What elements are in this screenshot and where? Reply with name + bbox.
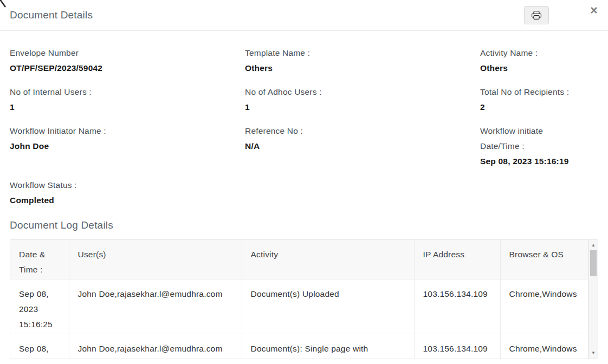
- field-value: OT/PF/SEP/2023/59042: [10, 61, 245, 76]
- field-label: Reference No :: [245, 123, 480, 139]
- field-label: Activity Name :: [480, 46, 598, 61]
- field-initiate-datetime: Workflow initiate Date/Time : Sep 08, 20…: [480, 123, 598, 169]
- cell-activity: Document(s): Single page with content.pd…: [242, 334, 414, 360]
- field-label: No of Internal Users :: [10, 84, 245, 100]
- cell-ip-address: 103.156.134.109: [414, 280, 500, 334]
- cell-activity: Document(s) Uploaded: [242, 280, 414, 334]
- field-workflow-status: Workflow Status : Completed: [10, 178, 245, 208]
- print-button[interactable]: [524, 6, 549, 24]
- cell-browser-os: Chrome,Windows: [500, 280, 588, 334]
- field-value: Others: [245, 61, 480, 76]
- field-label: Workflow initiate Date/Time :: [480, 123, 561, 154]
- cell-date-time: Sep 08, 2023 15:16:25: [10, 280, 69, 334]
- modal-header: Document Details ×: [0, 0, 608, 31]
- field-label: Total No of Recipients :: [480, 84, 598, 100]
- field-value: Sep 08, 2023 15:16:19: [480, 154, 598, 169]
- field-value: 1: [10, 100, 245, 115]
- field-total-recipients: Total No of Recipients : 2: [480, 84, 598, 115]
- cell-users: John Doe,rajasekhar.l@emudhra.com: [69, 280, 242, 334]
- col-header-ip-address: IP Address: [414, 240, 500, 280]
- table-row: Sep 08, 2023 John Doe,rajasekhar.l@emudh…: [10, 334, 588, 360]
- scroll-up-icon[interactable]: ▲: [589, 241, 598, 250]
- field-label: Workflow Initiator Name :: [10, 123, 245, 139]
- field-value: Completed: [10, 193, 245, 208]
- cell-browser-os: Chrome,Windows: [500, 334, 588, 360]
- field-label: Workflow Status :: [10, 178, 245, 193]
- field-envelope-number: Envelope Number OT/PF/SEP/2023/59042: [10, 46, 245, 76]
- table-row: Sep 08, 2023 15:16:25 John Doe,rajasekha…: [10, 280, 588, 334]
- cell-date-time: Sep 08, 2023: [10, 334, 69, 360]
- col-header-users: User(s): [69, 240, 242, 280]
- printer-icon: [532, 10, 541, 20]
- field-activity-name: Activity Name : Others: [480, 46, 598, 76]
- scroll-down-icon[interactable]: ▼: [589, 349, 598, 358]
- log-section-title: Document Log Details: [0, 217, 608, 239]
- document-details-grid: Envelope Number OT/PF/SEP/2023/59042 Tem…: [0, 31, 608, 217]
- field-value: Others: [480, 61, 598, 76]
- col-header-activity: Activity: [242, 240, 414, 280]
- document-log-table: Date & Time : User(s) Activity IP Addres…: [10, 240, 588, 359]
- field-reference-no: Reference No : N/A: [245, 123, 480, 169]
- field-value: 1: [245, 100, 480, 115]
- field-adhoc-users: No of Adhoc Users : 1: [245, 84, 480, 115]
- cell-ip-address: 103.156.134.109: [414, 334, 500, 360]
- field-initiator-name: Workflow Initiator Name : John Doe: [10, 123, 245, 169]
- field-label: Envelope Number: [10, 46, 245, 61]
- field-value: N/A: [245, 139, 480, 154]
- scrollbar-thumb[interactable]: [590, 250, 597, 276]
- col-header-browser-os: Browser & OS: [500, 240, 588, 280]
- field-internal-users: No of Internal Users : 1: [10, 84, 245, 115]
- table-header-row: Date & Time : User(s) Activity IP Addres…: [10, 240, 588, 280]
- table-scrollbar[interactable]: ▲ ▼: [588, 240, 598, 359]
- document-log-table-container: Date & Time : User(s) Activity IP Addres…: [10, 239, 598, 359]
- field-label: No of Adhoc Users :: [245, 84, 480, 100]
- field-value: 2: [480, 100, 598, 115]
- cell-users: John Doe,rajasekhar.l@emudhra.com: [69, 334, 242, 360]
- field-value: John Doe: [10, 139, 245, 154]
- field-template-name: Template Name : Others: [245, 46, 480, 76]
- close-icon[interactable]: ×: [590, 4, 598, 17]
- page-title: Document Details: [10, 9, 524, 21]
- field-label: Template Name :: [245, 46, 480, 61]
- col-header-date-time: Date & Time :: [10, 240, 69, 280]
